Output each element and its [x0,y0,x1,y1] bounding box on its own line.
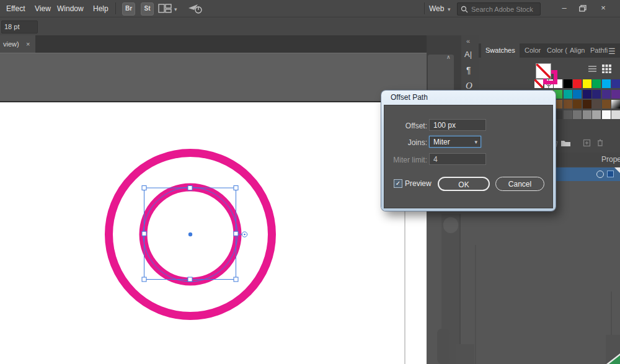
preview-checkbox[interactable]: ✓ [394,179,402,188]
swatch[interactable] [592,79,601,88]
folded-corner [614,167,620,173]
stroke-weight-field[interactable]: 18 pt [1,20,38,33]
new-color-group-icon[interactable] [560,139,571,147]
swatch[interactable] [583,79,591,88]
panel-tab-bar: Swatches Color Color ( Align Pathfi ☰ [479,43,620,58]
tab-color[interactable]: Color [525,43,541,58]
swatch[interactable] [592,110,601,119]
preview-label: Preview [405,179,432,188]
target-circle-icon[interactable] [596,171,604,178]
swatch[interactable] [611,90,620,99]
swatch[interactable] [564,79,572,88]
collapse-chevron-icon[interactable]: ∧ [446,54,451,60]
swatch[interactable] [583,90,591,99]
search-icon [460,5,469,14]
joins-label: Joins: [383,138,427,147]
swatch[interactable] [583,110,591,119]
paragraph-panel-icon[interactable]: ¶ [466,65,471,75]
fill-proxy[interactable] [536,63,551,79]
swatch[interactable] [592,90,601,99]
desktop-sliver-green [609,355,620,364]
offset-path-dialog: Offset Path Offset: Joins: Miter ▾ Miter… [381,91,556,211]
menu-help[interactable]: Help [93,4,108,13]
swatch[interactable] [611,79,620,88]
cancel-button[interactable]: Cancel [495,177,544,191]
properties-title: Properties [601,155,620,164]
close-button[interactable]: × [596,3,610,12]
chevron-down-icon: ▾ [474,136,477,148]
close-tab-icon[interactable]: × [26,40,30,48]
selection-center-point [188,233,192,236]
dialog-title: Offset Path [391,93,428,102]
swatch[interactable] [602,90,611,99]
chevron-down-icon[interactable]: ▾ [448,6,451,12]
swatch[interactable] [564,110,572,119]
workspace-switcher[interactable]: Web [429,4,444,13]
swatch[interactable] [602,110,611,119]
share-icon[interactable] [188,3,203,14]
canvas-artwork[interactable] [0,53,427,364]
menu-effect[interactable]: Effect [6,4,25,13]
search-input[interactable]: Search Adobe Stock [457,2,541,16]
grid-view-icon[interactable] [601,64,612,73]
swatch[interactable] [602,100,611,109]
delete-swatch-icon[interactable] [596,139,604,147]
menu-bar: Effect View Window Help Br St ▾ Web ▾ Se… [0,0,620,17]
joins-value: Miter [433,138,450,146]
document-tab[interactable]: view) × [0,35,35,53]
document-tab-bar: view) × [0,35,427,53]
opentype-panel-icon[interactable]: O [466,81,472,91]
swatch[interactable] [611,110,620,119]
divider [424,2,425,14]
expand-panels-icon[interactable]: « [466,37,470,45]
minimize-button[interactable]: – [557,3,571,12]
swatch[interactable] [573,100,582,109]
joins-select[interactable]: Miter ▾ [429,136,481,148]
panel-menu-icon[interactable]: ☰ [608,47,616,56]
swatch[interactable] [564,90,572,99]
character-panel-icon[interactable]: A| [464,50,472,59]
miter-limit-label: Miter limit: [383,156,427,164]
search-placeholder: Search Adobe Stock [471,6,533,13]
restore-button[interactable] [579,5,587,12]
chevron-down-icon[interactable]: ▾ [174,6,177,12]
tab-align[interactable]: Align [570,43,585,58]
illustrator-window: Effect View Window Help Br St ▾ Web ▾ Se… [0,0,620,364]
tab-pathfinder[interactable]: Pathfi [590,43,608,58]
control-bar: 18 pt ▾ Uniform ▾ Basic ▾ Opacity: 100% … [0,17,620,35]
selection-color-chip[interactable] [607,171,614,177]
swatch[interactable] [534,79,543,88]
document-tab-label: view) [3,40,19,48]
swatch[interactable] [611,100,620,109]
miter-limit-input[interactable] [429,153,486,165]
swatch[interactable] [592,100,601,109]
swatch[interactable] [564,100,572,109]
new-swatch-icon[interactable] [583,139,591,147]
swatch[interactable] [573,79,582,88]
swatch[interactable] [583,100,591,109]
bridge-button[interactable]: Br [122,2,135,16]
offset-label: Offset: [383,122,427,130]
menu-window[interactable]: Window [57,4,84,13]
menu-view[interactable]: View [35,4,51,13]
swatch[interactable] [602,79,611,88]
tab-swatches[interactable]: Swatches [481,43,520,58]
swatch[interactable] [573,90,582,99]
stock-button[interactable]: St [141,2,154,16]
list-view-icon[interactable] [588,65,597,73]
offset-input[interactable] [429,119,486,131]
divider [115,2,116,14]
arrange-documents-icon[interactable] [158,4,172,14]
ok-button[interactable]: OK [438,177,490,191]
tab-color-guide[interactable]: Color ( [547,43,567,58]
swatch[interactable] [573,110,582,119]
